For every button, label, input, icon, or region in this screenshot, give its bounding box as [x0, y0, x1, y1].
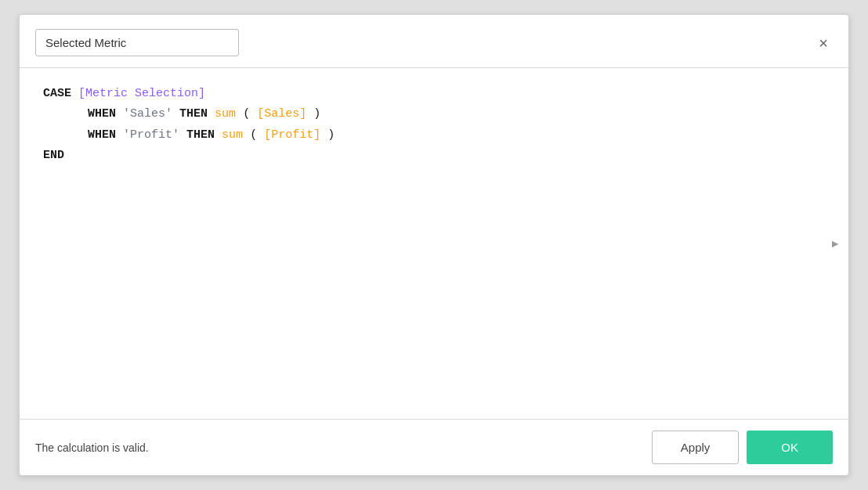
bracket-close-2: ) [327, 128, 335, 142]
validation-status: The calculation is valid. [35, 441, 149, 454]
code-block: CASE [Metric Selection] WHEN 'Sales' THE… [43, 84, 825, 166]
keyword-then-1: THEN [179, 107, 208, 121]
keyword-then-2: THEN [186, 128, 215, 142]
dialog: × CASE [Metric Selection] WHEN 'Sales' T… [19, 14, 849, 476]
apply-button[interactable]: Apply [652, 431, 740, 464]
close-icon: × [819, 35, 828, 51]
code-line-2: WHEN 'Sales' THEN sum ( [Sales] ) [43, 104, 825, 124]
field-metric-selection: [Metric Selection] [78, 87, 205, 100]
footer-buttons: Apply OK [652, 431, 833, 464]
keyword-when-1: WHEN [88, 107, 116, 121]
keyword-when-2: WHEN [88, 128, 116, 142]
string-sales: 'Sales' [123, 107, 172, 121]
code-line-4: END [43, 146, 825, 166]
bracket-open-1: ( [243, 107, 250, 121]
editor-area[interactable]: CASE [Metric Selection] WHEN 'Sales' THE… [20, 68, 848, 419]
field-sales: [Sales] [257, 107, 306, 121]
dialog-title-input[interactable] [35, 29, 239, 56]
bracket-open-2: ( [250, 128, 257, 142]
string-profit: 'Profit' [123, 128, 179, 142]
fn-sum-2: sum [222, 128, 243, 142]
dialog-header: × [20, 15, 848, 67]
close-button[interactable]: × [814, 32, 833, 54]
keyword-case: CASE [43, 87, 71, 100]
dialog-footer: The calculation is valid. Apply OK [20, 419, 848, 475]
bracket-close-1: ) [313, 107, 320, 121]
scroll-right-icon[interactable]: ► [830, 237, 841, 250]
fn-sum-1: sum [215, 107, 236, 121]
code-line-1: CASE [Metric Selection] [43, 84, 825, 104]
field-profit: [Profit] [264, 128, 320, 142]
ok-button[interactable]: OK [747, 431, 833, 464]
keyword-end: END [43, 149, 64, 162]
code-line-3: WHEN 'Profit' THEN sum ( [Profit] ) [43, 125, 825, 146]
